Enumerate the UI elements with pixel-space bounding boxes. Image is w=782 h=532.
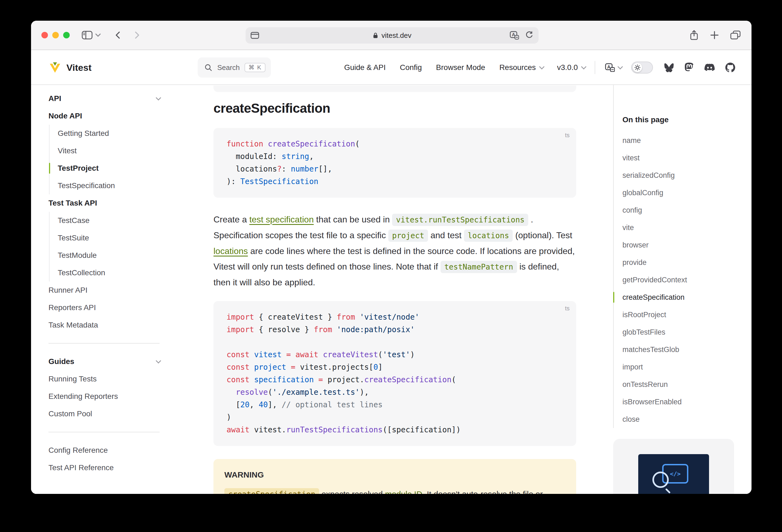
toc-link[interactable]: import: [623, 358, 734, 376]
language-switcher[interactable]: A: [605, 63, 621, 72]
nav-link[interactable]: Browser Mode: [436, 63, 485, 72]
new-tab-icon[interactable]: [710, 31, 719, 39]
toc-list: namevitestserializedConfigglobalConfigco…: [623, 132, 734, 428]
code-lang-badge: ts: [565, 305, 570, 312]
site-logo[interactable]: Vitest: [31, 50, 179, 84]
doc-link[interactable]: module ID: [385, 490, 422, 494]
sidebar-item[interactable]: TestSpecification: [58, 177, 159, 194]
search-label: Search: [217, 64, 240, 72]
screenshot-canvas: vitest.dev A: [0, 0, 782, 532]
bluesky-icon[interactable]: [664, 63, 674, 72]
doc-link[interactable]: test specification: [249, 215, 314, 224]
back-button[interactable]: [114, 31, 122, 39]
code-text: function createSpecification( moduleId: …: [213, 138, 576, 188]
chevron-down-icon: [156, 358, 161, 363]
toc-link[interactable]: config: [623, 202, 734, 219]
toc-link[interactable]: globalConfig: [623, 184, 734, 202]
toc-link[interactable]: globTestFiles: [623, 323, 734, 341]
inline-code: vitest.runTestSpecifications: [392, 214, 528, 226]
translate-icon: A: [605, 63, 615, 72]
doc-link[interactable]: locations: [213, 246, 248, 256]
toc-link[interactable]: matchesTestGlob: [623, 341, 734, 358]
lock-icon: [373, 32, 378, 39]
sidebar-group-header[interactable]: Guides: [48, 353, 159, 370]
search-button[interactable]: Search ⌘ K: [198, 58, 271, 78]
sidebar-item[interactable]: TestModule: [58, 247, 159, 264]
sidebar-item[interactable]: Task Metadata: [48, 316, 159, 334]
nav-link[interactable]: Config: [400, 63, 422, 72]
toc-link[interactable]: close: [623, 411, 734, 428]
toolbar-sidebar-icon[interactable]: [82, 31, 93, 39]
sidebar-divider: [48, 432, 159, 432]
reload-icon[interactable]: [525, 31, 533, 39]
sidebar-item[interactable]: TestCase: [58, 212, 159, 229]
github-icon[interactable]: [725, 63, 735, 72]
close-window-button[interactable]: [41, 32, 48, 38]
sidebar-item[interactable]: TestCollection: [58, 264, 159, 282]
text-run: and test: [428, 230, 464, 240]
toc-link-active[interactable]: createSpecification: [623, 289, 734, 306]
url-text: vitest.dev: [246, 31, 539, 40]
address-bar[interactable]: vitest.dev A: [246, 27, 539, 43]
sidebar-item[interactable]: Reporters API: [48, 299, 159, 316]
sidebar-item[interactable]: Custom Pool: [48, 405, 159, 423]
toc-link[interactable]: isRootProject: [623, 306, 734, 323]
toc-link[interactable]: isBrowserEnabled: [623, 393, 734, 411]
sponsor-image: </>: [638, 454, 709, 494]
nav-link[interactable]: v3.0.0: [557, 63, 585, 72]
sidebar-item[interactable]: Test API Reference: [48, 459, 159, 476]
toc-link[interactable]: getProvidedContext: [623, 271, 734, 289]
chevron-down-icon: [539, 64, 544, 69]
sidebar-item[interactable]: Running Tests: [48, 370, 159, 388]
forward-button[interactable]: [132, 31, 141, 39]
nav-link[interactable]: Resources: [499, 63, 543, 72]
inline-code: createSpecification: [224, 488, 319, 494]
toc-link[interactable]: provide: [623, 254, 734, 271]
sponsor-card[interactable]: </>: [613, 439, 734, 494]
sidebar-item[interactable]: Getting Started: [58, 125, 159, 142]
sidebar-item[interactable]: Vitest: [58, 142, 159, 159]
theme-toggle[interactable]: [631, 62, 653, 73]
toc-link[interactable]: vitest: [623, 149, 734, 167]
sidebar-group-header[interactable]: API: [48, 90, 159, 107]
nav-link[interactable]: Guide & API: [344, 63, 386, 72]
zoom-window-button[interactable]: [63, 32, 70, 38]
sidebar-item[interactable]: TestSuite: [58, 229, 159, 247]
sidebar-item[interactable]: Runner API: [48, 282, 159, 299]
sidebar-section-label: Test Task API: [48, 194, 159, 212]
toc-link[interactable]: name: [623, 132, 734, 149]
translate-icon[interactable]: A: [510, 31, 519, 40]
code-lang-badge: ts: [565, 132, 570, 139]
minimize-window-button[interactable]: [52, 32, 59, 38]
warning-text: createSpecification expects resolved mod…: [224, 486, 565, 494]
page-outline: On this page namevitestserializedConfigg…: [613, 84, 734, 494]
nav-link-label: Resources: [499, 63, 536, 72]
sidebar-item-active[interactable]: TestProject: [58, 159, 159, 177]
sidebar-item[interactable]: Config Reference: [48, 441, 159, 459]
docs-sidebar: Vitest APINode APIGetting StartedVitestT…: [31, 50, 179, 494]
previous-code-block-tail: [213, 85, 576, 92]
toc-link[interactable]: browser: [623, 236, 734, 254]
toc-link[interactable]: onTestsRerun: [623, 376, 734, 393]
page-settings-icon[interactable]: [250, 32, 259, 39]
inline-code: locations: [464, 229, 513, 242]
chevron-down-icon: [581, 64, 586, 69]
window-controls: [41, 32, 70, 38]
toc-link[interactable]: vite: [623, 219, 734, 236]
sidebar-section-label: Node API: [48, 107, 159, 125]
sidebar-group-label: API: [48, 90, 61, 107]
toc-link[interactable]: serializedConfig: [623, 167, 734, 184]
browser-toolbar: vitest.dev A: [31, 21, 751, 50]
share-icon[interactable]: [689, 30, 699, 41]
text-run: that can be used in: [314, 215, 392, 224]
sidebar-nested-group: Getting StartedVitestTestProjectTestSpec…: [49, 125, 159, 194]
chevron-down-icon: [617, 64, 623, 69]
sidebar-item[interactable]: Extending Reporters: [48, 388, 159, 405]
sidebar-chevron-icon[interactable]: [95, 34, 101, 37]
site-name: Vitest: [66, 62, 92, 73]
mastodon-icon[interactable]: [684, 63, 694, 72]
nav-links: Guide & APIConfigBrowser ModeResourcesv3…: [344, 63, 585, 72]
tab-overview-icon[interactable]: [730, 31, 741, 40]
discord-icon[interactable]: [704, 63, 715, 72]
magnifier-icon: [652, 471, 669, 488]
